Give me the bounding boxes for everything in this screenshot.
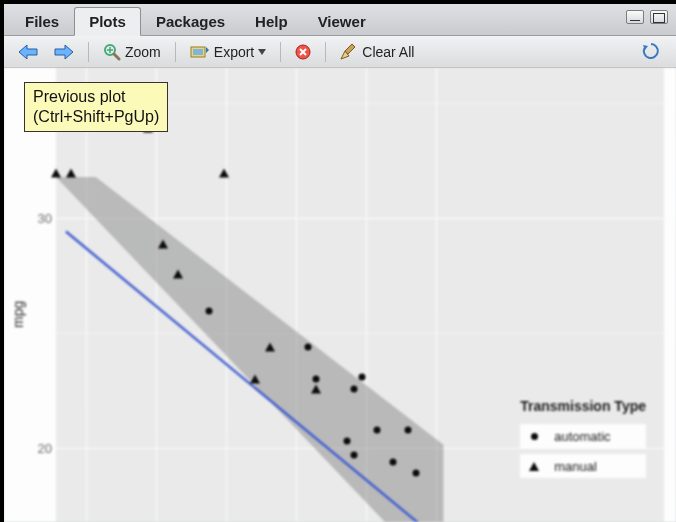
tab-packages[interactable]: Packages	[141, 7, 240, 35]
arrow-left-icon	[18, 44, 38, 60]
data-point	[250, 375, 260, 384]
refresh-icon	[642, 42, 660, 60]
next-plot-button[interactable]	[48, 41, 80, 63]
remove-icon	[295, 44, 311, 60]
tab-viewer[interactable]: Viewer	[303, 7, 381, 35]
zoom-label: Zoom	[125, 44, 161, 60]
data-point	[313, 376, 320, 383]
zoom-button[interactable]: Zoom	[97, 40, 167, 64]
legend-label-manual: manual	[554, 459, 597, 474]
prev-plot-tooltip: Previous plot (Ctrl+Shift+PgUp)	[24, 82, 168, 132]
data-point	[351, 452, 358, 459]
separator	[88, 42, 89, 62]
plots-panel: Files Plots Packages Help Viewer	[4, 4, 676, 522]
separator	[325, 42, 326, 62]
tabbar: Files Plots Packages Help Viewer	[4, 4, 676, 36]
data-point	[265, 343, 275, 352]
data-point	[51, 169, 61, 178]
data-point	[311, 384, 321, 393]
triangle-icon	[529, 462, 539, 471]
broom-icon	[340, 43, 358, 61]
data-point	[219, 169, 229, 178]
svg-rect-2	[193, 49, 203, 55]
data-point	[206, 307, 213, 314]
clear-all-button[interactable]: Clear All	[334, 40, 420, 64]
data-point	[305, 344, 312, 351]
legend: Transmission Type automatic manual	[520, 398, 646, 484]
toolbar: Zoom Export Clear All	[4, 36, 676, 68]
export-label: Export	[214, 44, 254, 60]
chevron-down-icon	[258, 49, 266, 55]
data-point	[343, 438, 350, 445]
zoom-icon	[103, 43, 121, 61]
y-tick-20: 20	[38, 441, 52, 456]
data-point	[374, 426, 381, 433]
tab-files[interactable]: Files	[10, 7, 74, 35]
maximize-pane-icon[interactable]	[650, 10, 668, 24]
prev-plot-button[interactable]	[12, 41, 44, 63]
legend-title: Transmission Type	[520, 398, 646, 414]
data-point	[158, 240, 168, 249]
separator	[280, 42, 281, 62]
legend-label-automatic: automatic	[554, 429, 610, 444]
data-point	[66, 169, 76, 178]
data-point	[351, 385, 358, 392]
legend-item-manual: manual	[520, 454, 646, 478]
data-point	[173, 270, 183, 279]
minimize-pane-icon[interactable]	[626, 10, 644, 24]
data-point	[404, 426, 411, 433]
remove-plot-button[interactable]	[289, 41, 317, 63]
separator	[175, 42, 176, 62]
data-point	[412, 470, 419, 477]
data-point	[389, 458, 396, 465]
y-tick-30: 30	[38, 211, 52, 226]
arrow-right-icon	[54, 44, 74, 60]
refresh-button[interactable]	[636, 39, 666, 63]
clear-all-label: Clear All	[362, 44, 414, 60]
export-button[interactable]: Export	[184, 41, 272, 63]
tab-plots[interactable]: Plots	[74, 7, 141, 36]
y-axis-label: mpg	[10, 301, 26, 328]
window-controls	[626, 10, 668, 24]
circle-icon	[531, 433, 538, 440]
data-point	[359, 374, 366, 381]
plot-area: 30 20 mpg Transmission Type automatic ma…	[4, 68, 676, 522]
export-icon	[190, 44, 210, 60]
tab-help[interactable]: Help	[240, 7, 303, 35]
legend-item-automatic: automatic	[520, 424, 646, 448]
